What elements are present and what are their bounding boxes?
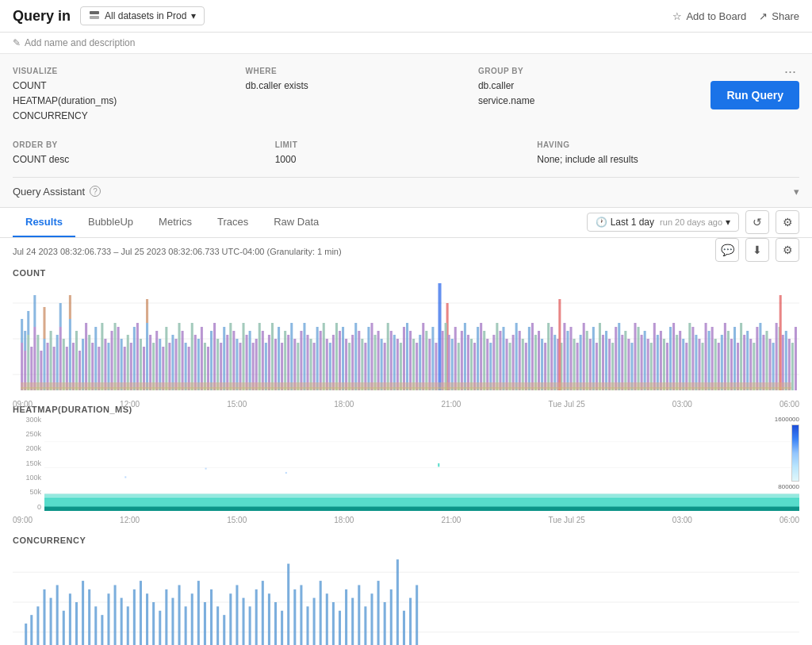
refresh-button[interactable]: ↺ — [745, 210, 769, 234]
time-label-2100: 21:00 — [441, 400, 461, 409]
svg-rect-280 — [50, 597, 52, 645]
svg-rect-276 — [25, 624, 27, 645]
svg-rect-38 — [101, 323, 103, 390]
svg-rect-52 — [146, 323, 148, 390]
time-label-tuljul25: Tue Jul 25 — [548, 400, 584, 409]
svg-rect-22 — [56, 335, 59, 390]
svg-rect-56 — [155, 331, 158, 390]
svg-rect-36 — [94, 327, 97, 390]
svg-rect-179 — [547, 323, 550, 390]
svg-rect-136 — [409, 331, 412, 390]
count-chart: 09:00 12:00 15:00 18:00 21:00 Tue Jul 25… — [13, 279, 799, 398]
svg-rect-118 — [351, 335, 354, 390]
svg-rect-295 — [146, 593, 148, 645]
svg-rect-327 — [351, 597, 354, 645]
group-by-service-name: service.name — [478, 94, 704, 109]
svg-rect-321 — [313, 597, 316, 645]
svg-rect-224 — [688, 323, 691, 390]
tab-bubbleup[interactable]: BubbleUp — [75, 208, 146, 237]
svg-rect-104 — [306, 335, 308, 390]
svg-rect-196 — [599, 323, 601, 390]
limit-value: 1000 — [275, 152, 531, 167]
chevron-down-icon: ▾ — [726, 217, 730, 228]
tab-results[interactable]: Results — [13, 208, 75, 237]
add-to-board-button[interactable]: ☆ Add to Board — [672, 10, 746, 22]
where-section: WHERE db.caller exists — [245, 63, 477, 128]
svg-rect-143 — [431, 327, 434, 390]
svg-rect-1 — [90, 16, 99, 19]
tab-traces[interactable]: Traces — [205, 208, 261, 237]
svg-rect-158 — [480, 323, 482, 390]
comment-button[interactable]: 💬 — [715, 238, 739, 262]
svg-rect-300 — [178, 585, 181, 645]
svg-rect-70 — [201, 327, 203, 390]
heatmap-y-axis: 300k 250k 200k 150k 100k 50k 0 — [13, 416, 44, 511]
tab-raw-data[interactable]: Raw Data — [261, 208, 331, 237]
svg-rect-316 — [281, 611, 283, 645]
svg-rect-95 — [278, 327, 280, 390]
svg-rect-49 — [136, 323, 139, 390]
download-button[interactable]: ⬇ — [745, 238, 769, 262]
svg-rect-103 — [303, 323, 305, 390]
svg-rect-53 — [146, 299, 148, 323]
visualize-values: COUNT HEATMAP(duration_ms) CONCURRENCY — [13, 79, 239, 125]
svg-rect-246 — [759, 323, 761, 390]
svg-rect-14 — [33, 295, 36, 327]
svg-rect-102 — [300, 331, 302, 390]
svg-rect-263 — [44, 493, 799, 499]
query-grid2: ORDER BY COUNT desc LIMIT 1000 HAVING No… — [13, 137, 799, 171]
heatmap-svg — [44, 416, 799, 511]
query-panel: ··· VISUALIZE COUNT HEATMAP(duration_ms)… — [0, 54, 812, 208]
svg-rect-54 — [149, 335, 151, 390]
svg-rect-207 — [634, 323, 636, 390]
count-chart-inner — [13, 279, 799, 398]
svg-rect-333 — [390, 589, 393, 645]
time-label-1500: 15:00 — [227, 400, 247, 409]
share-button[interactable]: ↗ Share — [759, 10, 799, 22]
where-label: WHERE — [245, 67, 471, 75]
svg-rect-85 — [249, 331, 251, 390]
svg-rect-140 — [422, 323, 424, 390]
y-label-150k: 150k — [13, 459, 41, 467]
more-options-button[interactable]: ··· — [781, 63, 799, 80]
svg-rect-15 — [36, 335, 39, 390]
svg-rect-77 — [223, 327, 225, 390]
svg-rect-24 — [59, 303, 62, 327]
svg-rect-286 — [88, 589, 90, 645]
name-bar[interactable]: ✎ Add name and description — [0, 33, 812, 54]
settings-button[interactable]: ⚙ — [776, 210, 799, 234]
htime-1500: 15:00 — [227, 516, 247, 524]
svg-rect-0 — [90, 11, 99, 14]
svg-rect-209 — [641, 335, 643, 390]
svg-rect-201 — [615, 327, 617, 390]
clock-icon: 🕐 — [596, 217, 607, 228]
svg-rect-291 — [121, 597, 123, 645]
svg-rect-68 — [194, 335, 197, 390]
tab-metrics[interactable]: Metrics — [146, 208, 205, 237]
heatmap-legend-max: 1600000 — [775, 416, 799, 423]
concurrency-chart-inner — [13, 547, 799, 645]
svg-rect-181 — [553, 335, 556, 390]
heatmap-chart: 300k 250k 200k 150k 100k 50k 0 — [13, 416, 799, 511]
htime-0300: 03:00 — [672, 516, 692, 524]
svg-rect-210 — [644, 331, 646, 390]
svg-rect-141 — [425, 331, 427, 390]
svg-rect-180 — [550, 327, 553, 390]
group-by-section: GROUP BY db.caller service.name — [478, 63, 710, 128]
svg-rect-323 — [326, 593, 328, 645]
dataset-selector[interactable]: All datasets in Prod ▾ — [80, 6, 205, 25]
svg-rect-9 — [24, 331, 26, 351]
time-label-1200: 12:00 — [120, 400, 140, 409]
svg-rect-208 — [638, 327, 640, 390]
svg-rect-87 — [438, 283, 441, 390]
time-label-0300: 03:00 — [672, 400, 692, 409]
svg-rect-108 — [320, 331, 322, 390]
run-query-button[interactable]: Run Query — [710, 81, 799, 109]
settings2-button[interactable]: ⚙ — [776, 238, 799, 262]
query-assistant-bar[interactable]: Query Assistant ? ▾ — [13, 177, 799, 198]
time-selector[interactable]: 🕐 Last 1 day run 20 days ago ▾ — [587, 213, 739, 232]
svg-rect-322 — [320, 581, 322, 645]
svg-rect-247 — [762, 335, 764, 390]
svg-rect-204 — [624, 331, 626, 390]
svg-rect-230 — [708, 331, 710, 390]
